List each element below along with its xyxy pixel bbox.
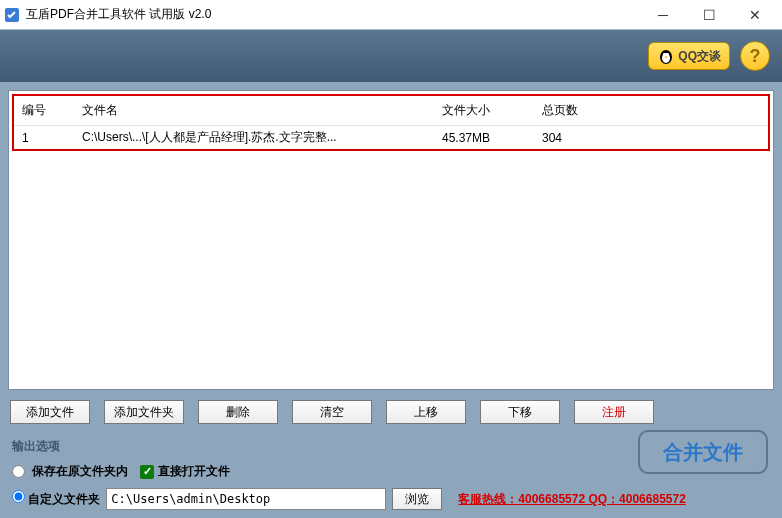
col-header-pages[interactable]: 总页数 [534,96,768,126]
merge-button[interactable]: 合并文件 [638,430,768,474]
table-row[interactable]: 1 C:\Users\...\[人人都是产品经理].苏杰.文字完整... 45.… [14,126,768,150]
col-header-size[interactable]: 文件大小 [434,96,534,126]
add-folder-button[interactable]: 添加文件夹 [104,400,184,424]
svg-point-4 [667,53,669,55]
col-header-id[interactable]: 编号 [14,96,74,126]
window-controls: ─ ☐ ✕ [640,1,778,29]
col-header-name[interactable]: 文件名 [74,96,434,126]
cell-id: 1 [14,126,74,150]
open-direct-checkbox[interactable]: ✓ 直接打开文件 [140,463,230,480]
add-file-button[interactable]: 添加文件 [10,400,90,424]
qq-chat-button[interactable]: QQ交谈 [648,42,730,70]
minimize-button[interactable]: ─ [640,1,686,29]
register-button[interactable]: 注册 [574,400,654,424]
clear-button[interactable]: 清空 [292,400,372,424]
custom-folder-radio-input[interactable] [12,490,25,503]
cell-pages: 304 [534,126,768,150]
action-button-row: 添加文件 添加文件夹 删除 清空 上移 下移 注册 [8,398,774,426]
cell-size: 45.37MB [434,126,534,150]
hotline-link[interactable]: 客服热线：4006685572 QQ：4006685572 [458,491,685,508]
file-list-panel: 编号 文件名 文件大小 总页数 1 C:\Users\...\[人人都是产品经理… [8,90,774,390]
delete-button[interactable]: 删除 [198,400,278,424]
workspace: 编号 文件名 文件大小 总页数 1 C:\Users\...\[人人都是产品经理… [0,82,782,518]
browse-button[interactable]: 浏览 [392,488,442,510]
penguin-icon [657,47,675,65]
save-original-radio[interactable]: 保存在原文件夹内 [12,463,128,480]
cell-name: C:\Users\...\[人人都是产品经理].苏杰.文字完整... [74,126,434,150]
check-icon: ✓ [140,465,154,479]
top-toolbar: QQ交谈 ? [0,30,782,82]
save-original-label: 保存在原文件夹内 [32,464,128,478]
file-table: 编号 文件名 文件大小 总页数 1 C:\Users\...\[人人都是产品经理… [14,96,768,149]
output-section: 合并文件 输出选项 保存在原文件夹内 ✓ 直接打开文件 自定义文件夹 浏览 客服… [8,434,774,510]
merge-label: 合并文件 [663,439,743,466]
move-down-button[interactable]: 下移 [480,400,560,424]
title-bar: 互盾PDF合并工具软件 试用版 v2.0 ─ ☐ ✕ [0,0,782,30]
app-icon [4,7,20,23]
maximize-button[interactable]: ☐ [686,1,732,29]
file-list-highlight: 编号 文件名 文件大小 总页数 1 C:\Users\...\[人人都是产品经理… [12,94,770,151]
svg-point-5 [665,56,668,58]
qq-chat-label: QQ交谈 [678,48,721,65]
custom-folder-label: 自定义文件夹 [28,492,100,506]
close-button[interactable]: ✕ [732,1,778,29]
help-button[interactable]: ? [740,41,770,71]
custom-folder-radio[interactable]: 自定义文件夹 [12,490,100,508]
svg-point-3 [663,53,665,55]
question-icon: ? [750,46,761,67]
output-path-input[interactable] [106,488,386,510]
move-up-button[interactable]: 上移 [386,400,466,424]
save-original-radio-input[interactable] [12,465,25,478]
open-direct-label: 直接打开文件 [158,463,230,480]
window-title: 互盾PDF合并工具软件 试用版 v2.0 [26,6,640,23]
